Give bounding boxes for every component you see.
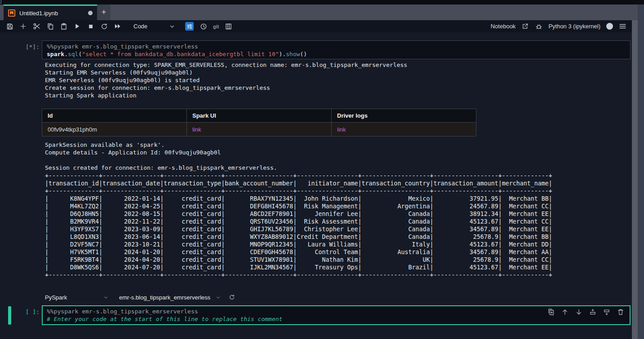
duplicate-cell-icon[interactable] <box>547 308 555 316</box>
copy-cells-button[interactable] <box>46 22 54 30</box>
col-driver-logs: Driver logs <box>332 109 476 123</box>
insert-cell-above-icon[interactable] <box>589 308 596 316</box>
session-table: Id Spark UI Driver logs 00fv9v4tkp31ph0m… <box>42 109 476 136</box>
language-dropdown[interactable]: PySpark <box>45 294 98 301</box>
settings-sliders-icon[interactable] <box>185 22 194 31</box>
notebook-file-icon <box>8 9 15 17</box>
code-cell-input[interactable]: %%pyspark emr-s.blog_tipspark_emrserverl… <box>42 40 631 59</box>
magic-command-line: %%pyspark emr-s.blog_tipspark_emrserverl… <box>47 308 198 315</box>
spark-ui-link[interactable]: link <box>187 123 332 136</box>
book-icon[interactable] <box>225 22 232 30</box>
chevron-down-icon[interactable] <box>216 295 221 300</box>
col-spark-ui: Spark UI <box>187 109 332 123</box>
new-tab-button[interactable]: + <box>97 4 111 20</box>
insert-cell-button[interactable] <box>19 22 27 30</box>
chevron-down-icon <box>169 24 175 29</box>
tab-bar: Untitled1.ipynb + <box>0 4 638 20</box>
cell-prompt-empty: [ ]: <box>20 308 40 315</box>
save-button[interactable] <box>6 22 13 30</box>
tab-title: Untitled1.ipynb <box>19 10 84 17</box>
magic-command-line: %%pyspark emr-s.blog_tipspark_emrserverl… <box>47 43 198 50</box>
move-cell-up-icon[interactable] <box>561 308 568 316</box>
connection-dropdown[interactable]: emr-s.blog_tipspark_emrserverless <box>119 294 210 301</box>
col-id: Id <box>42 109 187 123</box>
chevron-down-icon[interactable] <box>103 295 108 300</box>
paste-cells-button[interactable] <box>60 22 67 30</box>
restart-kernel-button[interactable] <box>100 22 108 30</box>
vertical-scrollbar[interactable] <box>632 20 638 339</box>
debugger-bug-icon[interactable] <box>535 22 542 30</box>
execution-log-output: Executing for connection type: SPARK_EMR… <box>45 61 407 99</box>
right-sidebar-strip[interactable] <box>638 4 644 339</box>
session-table-header-row: Id Spark UI Driver logs <box>42 109 476 123</box>
interrupt-kernel-button[interactable] <box>87 22 94 30</box>
cell-type-dropdown[interactable]: Code <box>133 23 175 30</box>
notebook-toolbar: Code git Notebook Python 3 (ipykernel) <box>0 20 632 32</box>
refresh-connections-icon[interactable] <box>229 294 235 300</box>
session-id-cell: 00fv9v4tkp31ph0m <box>42 123 187 136</box>
menu-bar: j <box>0 0 644 4</box>
session-table-row: 00fv9v4tkp31ph0m link link <box>42 123 476 136</box>
code-line: spark.sql("select * from bankdata_db.ban… <box>47 51 307 57</box>
spark-result-table: +--------------+----------------+-------… <box>45 172 552 279</box>
placeholder-comment-line: # Enter your code at the start of this l… <box>47 316 282 322</box>
language-bar: PySpark emr-s.blog_tipspark_emrserverles… <box>45 292 235 302</box>
delete-cell-icon[interactable] <box>617 308 624 316</box>
cell-type-value: Code <box>133 23 147 30</box>
cell-prompt-busy: [*]: <box>20 44 40 50</box>
insert-cell-below-icon[interactable] <box>603 308 610 316</box>
run-cell-button[interactable] <box>73 22 81 30</box>
external-link-icon[interactable] <box>521 22 529 30</box>
empty-code-cell-input[interactable]: %%pyspark emr-s.blog_tipspark_emrserverl… <box>42 305 631 325</box>
hamburger-menu-icon[interactable] <box>619 22 626 30</box>
execution-time-icon[interactable] <box>200 22 207 30</box>
active-cell-indicator[interactable] <box>8 306 11 325</box>
menu-bar-fragment: j <box>0 0 1 4</box>
cell-toolbar <box>547 308 624 316</box>
session-info-output: SparkSession available as 'spark'. Compu… <box>45 141 277 172</box>
driver-logs-link[interactable]: link <box>332 123 476 136</box>
move-cell-down-icon[interactable] <box>575 308 582 316</box>
notebook-view-label[interactable]: Notebook <box>491 23 516 30</box>
cut-cells-button[interactable] <box>33 22 40 30</box>
git-button[interactable]: git <box>213 24 219 29</box>
kernel-selector[interactable]: Python 3 (ipykernel) <box>548 23 600 30</box>
restart-and-run-all-button[interactable] <box>114 22 121 30</box>
kernel-status-icon[interactable] <box>606 23 613 30</box>
tab-untitled1-ipynb[interactable]: Untitled1.ipynb <box>4 4 97 20</box>
jupyterlab-window: j Untitled1.ipynb + <box>0 0 644 339</box>
unsaved-changes-icon[interactable] <box>88 11 93 15</box>
